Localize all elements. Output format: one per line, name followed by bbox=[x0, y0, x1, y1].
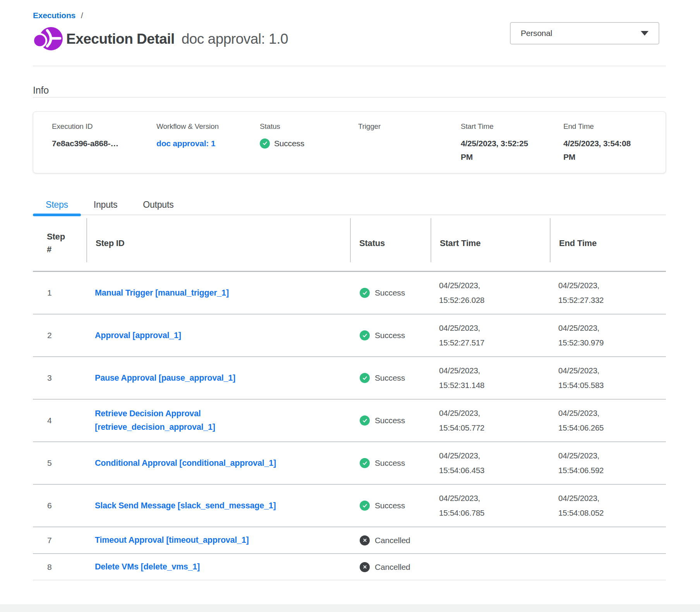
tab-bar: Steps Inputs Outputs bbox=[33, 195, 666, 215]
step-status: Success bbox=[350, 415, 431, 426]
step-number: 8 bbox=[33, 562, 86, 572]
info-card: Execution ID 7e8ac396-a868-… Workflow & … bbox=[33, 111, 666, 173]
workflow-version-link[interactable]: doc approval: 1 bbox=[156, 139, 215, 148]
step-id-link[interactable]: Slack Send Message [slack_send_message_1… bbox=[95, 499, 276, 513]
step-start-time: 04/25/2023,15:52:31.148 bbox=[431, 363, 550, 393]
check-circle-icon bbox=[360, 373, 370, 383]
info-field-workflow-version: Workflow & Version doc approval: 1 bbox=[156, 122, 260, 173]
table-row: 8 Delete VMs [delete_vms_1] Cancelled bbox=[33, 554, 666, 580]
step-start-time: 04/25/2023,15:54:06.453 bbox=[431, 448, 550, 478]
column-header-step-id: Step ID bbox=[86, 215, 350, 271]
info-field-execution-id: Execution ID 7e8ac396-a868-… bbox=[52, 122, 156, 173]
steps-table: Step # Step ID Status Start Time End Tim… bbox=[33, 215, 666, 580]
execution-detail-page: Executions / Execution Detail doc approv… bbox=[33, 0, 666, 580]
table-row: 1 Manual Trigger [manual_trigger_1] Succ… bbox=[33, 272, 666, 315]
field-label: Status bbox=[260, 122, 358, 131]
divider bbox=[33, 97, 666, 97]
step-start-time: 04/25/2023,15:54:06.785 bbox=[431, 491, 550, 520]
breadcrumb: Executions / bbox=[33, 10, 666, 21]
step-end-time: 04/25/2023,15:54:05.583 bbox=[550, 363, 666, 393]
check-circle-icon bbox=[360, 415, 370, 426]
step-end-time: 04/25/2023,15:52:30.979 bbox=[550, 321, 666, 350]
steps-table-body: 1 Manual Trigger [manual_trigger_1] Succ… bbox=[33, 272, 666, 580]
check-circle-icon bbox=[260, 138, 270, 149]
x-circle-icon bbox=[360, 535, 370, 545]
step-id-link[interactable]: Retrieve Decision Approval[retrieve_deci… bbox=[95, 407, 215, 434]
step-start-time: 04/25/2023,15:54:05.772 bbox=[431, 406, 550, 435]
end-time-value: 4/25/2023, 3:54:08 PM bbox=[563, 137, 641, 164]
step-status: Success bbox=[350, 501, 431, 511]
step-id-link[interactable]: Pause Approval [pause_approval_1] bbox=[95, 371, 235, 385]
step-number: 4 bbox=[33, 416, 86, 425]
steps-table-header: Step # Step ID Status Start Time End Tim… bbox=[33, 215, 666, 272]
breadcrumb-separator: / bbox=[81, 11, 83, 20]
step-status-text: Cancelled bbox=[375, 536, 410, 545]
step-status-text: Cancelled bbox=[375, 562, 410, 572]
field-label: Workflow & Version bbox=[156, 122, 260, 131]
step-end-time: 04/25/2023,15:54:06.592 bbox=[550, 448, 666, 478]
check-circle-icon bbox=[360, 501, 370, 511]
info-field-status: Status Success bbox=[260, 122, 358, 173]
step-end-time: 04/25/2023,15:52:27.332 bbox=[550, 278, 666, 308]
step-id-link[interactable]: Timeout Approval [timeout_approval_1] bbox=[95, 533, 249, 547]
step-id-link[interactable]: Approval [approval_1] bbox=[95, 329, 181, 342]
tab-outputs[interactable]: Outputs bbox=[130, 195, 186, 215]
table-row: 3 Pause Approval [pause_approval_1] Succ… bbox=[33, 357, 666, 400]
info-section-heading: Info bbox=[33, 66, 666, 97]
step-id-link[interactable]: Manual Trigger [manual_trigger_1] bbox=[95, 286, 229, 300]
execution-id-value: 7e8ac396-a868-… bbox=[52, 137, 156, 150]
step-status-text: Success bbox=[375, 416, 405, 425]
step-status-text: Success bbox=[375, 288, 405, 297]
step-start-time: 04/25/2023,15:52:27.517 bbox=[431, 321, 550, 350]
step-end-time: 04/25/2023,15:54:06.265 bbox=[550, 406, 666, 435]
check-circle-icon bbox=[360, 458, 370, 468]
check-circle-icon bbox=[360, 330, 370, 340]
info-field-start-time: Start Time 4/25/2023, 3:52:25 PM bbox=[461, 122, 563, 173]
execution-status-text: Success bbox=[274, 137, 304, 150]
tab-inputs[interactable]: Inputs bbox=[81, 195, 130, 215]
column-header-start-time: Start Time bbox=[431, 215, 550, 271]
caret-down-icon bbox=[641, 31, 649, 36]
column-header-step-number: Step # bbox=[33, 215, 86, 271]
page-title: Execution Detail bbox=[66, 31, 175, 47]
field-label: Start Time bbox=[461, 122, 563, 131]
step-status: Cancelled bbox=[350, 562, 431, 572]
scope-dropdown[interactable]: Personal bbox=[510, 22, 659, 44]
step-status: Success bbox=[350, 373, 431, 383]
step-status-text: Success bbox=[375, 331, 405, 340]
step-status-text: Success bbox=[375, 501, 405, 510]
step-status-text: Success bbox=[375, 458, 405, 468]
step-number: 2 bbox=[33, 331, 86, 340]
breadcrumb-link-executions[interactable]: Executions bbox=[33, 11, 75, 20]
field-label: End Time bbox=[563, 122, 666, 131]
start-time-value: 4/25/2023, 3:52:25 PM bbox=[461, 137, 538, 164]
table-row: 7 Timeout Approval [timeout_approval_1] … bbox=[33, 527, 666, 554]
table-row: 6 Slack Send Message [slack_send_message… bbox=[33, 485, 666, 527]
page-bottom-strip bbox=[0, 604, 700, 612]
scope-dropdown-value: Personal bbox=[521, 29, 552, 38]
table-row: 4 Retrieve Decision Approval[retrieve_de… bbox=[33, 400, 666, 442]
workflow-brand-icon bbox=[33, 26, 64, 52]
column-header-status: Status bbox=[350, 215, 431, 271]
x-circle-icon bbox=[360, 562, 370, 572]
info-field-trigger: Trigger bbox=[358, 122, 461, 173]
step-id-link[interactable]: Conditional Approval [conditional_approv… bbox=[95, 456, 276, 470]
field-label: Trigger bbox=[358, 122, 461, 131]
step-status: Success bbox=[350, 288, 431, 298]
tab-steps[interactable]: Steps bbox=[33, 195, 81, 215]
step-status: Success bbox=[350, 330, 431, 340]
step-number: 5 bbox=[33, 458, 86, 468]
step-status: Cancelled bbox=[350, 535, 431, 545]
step-id-link[interactable]: Delete VMs [delete_vms_1] bbox=[95, 560, 200, 574]
step-end-time: 04/25/2023,15:54:08.052 bbox=[550, 491, 666, 520]
column-header-end-time: End Time bbox=[550, 215, 666, 271]
step-status-text: Success bbox=[375, 373, 405, 383]
check-circle-icon bbox=[360, 288, 370, 298]
field-label: Execution ID bbox=[52, 122, 156, 131]
table-row: 2 Approval [approval_1] Success 04/25/20… bbox=[33, 315, 666, 357]
step-number: 3 bbox=[33, 373, 86, 383]
step-number: 1 bbox=[33, 288, 86, 297]
step-number: 7 bbox=[33, 536, 86, 545]
page-subtitle: doc approval: 1.0 bbox=[182, 31, 288, 47]
step-number: 6 bbox=[33, 501, 86, 510]
